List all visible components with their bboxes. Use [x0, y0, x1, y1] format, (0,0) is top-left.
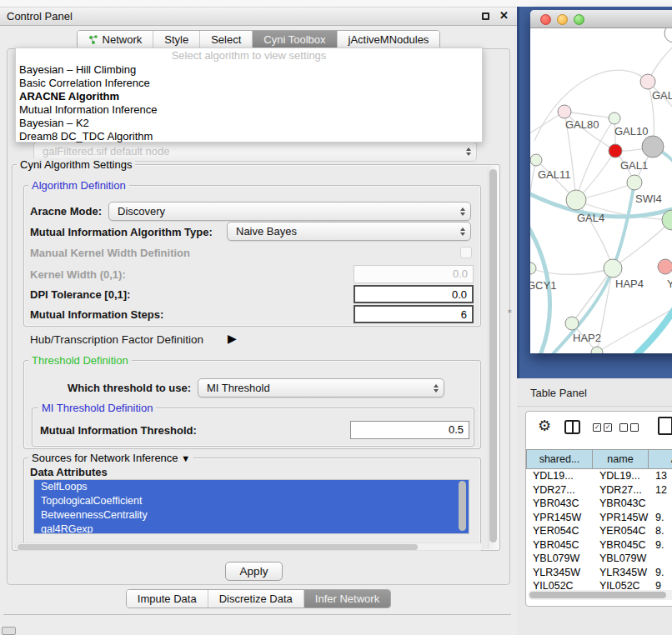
table-row[interactable]: YBL079W YBL079W: [526, 552, 672, 566]
control-panel-titlebar: Control Panel ✕: [0, 8, 517, 26]
dropdown-item-aracne[interactable]: ARACNE Algorithm: [16, 90, 482, 103]
settings-scrollbar-thumb[interactable]: [489, 169, 497, 542]
control-panel-title: Control Panel: [7, 10, 73, 22]
combo-stepper-icon: [460, 228, 465, 236]
select-all-checkbox-icon[interactable]: ✓: [593, 423, 601, 432]
document-icon[interactable]: [658, 417, 672, 435]
attributes-scrollbar-thumb[interactable]: [459, 481, 466, 531]
tab-network[interactable]: Network: [78, 31, 154, 48]
mi-threshold-label: Mutual Information Threshold:: [40, 424, 197, 437]
dropdown-item-bayesian-k2[interactable]: Bayesian – K2: [16, 117, 482, 130]
tab-label: Discretize Data: [219, 592, 293, 605]
label-gcy1: GCY1: [530, 279, 556, 292]
which-threshold-combo[interactable]: MI Threshold: [198, 378, 444, 398]
node-red[interactable]: [609, 144, 622, 158]
minimize-window-icon[interactable]: [557, 14, 568, 25]
close-icon[interactable]: ✕: [499, 9, 509, 22]
expand-triangle-icon[interactable]: ▶: [228, 332, 237, 345]
column-header-name[interactable]: name: [593, 449, 649, 469]
dropdown-item-basic-correlation[interactable]: Basic Correlation Inference: [16, 77, 482, 90]
list-item-betweennesscentrality[interactable]: BetweennessCentrality: [34, 508, 469, 522]
node-hap4[interactable]: [604, 259, 622, 278]
cell: YDR27...: [593, 483, 649, 498]
list-item-gal4rgexp[interactable]: gal4RGexp: [34, 522, 469, 534]
node-gal11[interactable]: [530, 154, 542, 166]
mi-type-combo[interactable]: Naive Bayes: [227, 222, 471, 241]
mi-steps-input[interactable]: 6: [354, 305, 474, 323]
apply-button[interactable]: Apply: [225, 562, 283, 581]
float-window-icon[interactable]: [482, 12, 489, 20]
table-header-row: shared... name A: [526, 449, 672, 469]
node-gal-pink[interactable]: [640, 74, 655, 89]
list-item-topologicalcoefficient[interactable]: TopologicalCoefficient: [34, 494, 469, 508]
tab-cyni-toolbox[interactable]: Cyni Toolbox: [253, 31, 337, 48]
column-header-partial[interactable]: A: [649, 449, 672, 469]
node-salmon[interactable]: [658, 259, 672, 274]
node-gal80[interactable]: [558, 105, 571, 118]
tab-infer-network[interactable]: Infer Network: [304, 590, 390, 608]
table-row[interactable]: YER054C YER054C 8.: [526, 524, 672, 538]
hub-definition-label[interactable]: Hub/Transcription Factor Definition: [30, 333, 203, 346]
node-table-container: ⚙ ✓ ✓ shared... name A YDL19... YDL19...…: [525, 411, 672, 607]
manual-kernel-checkbox[interactable]: [460, 247, 472, 258]
zoom-window-icon[interactable]: [574, 14, 584, 25]
network-view-window[interactable]: GAL80 GAL10 GAL1 GAL11 SWI4 GAL4 GCY1 HA…: [530, 10, 672, 353]
mi-steps-label: Mutual Information Steps:: [30, 308, 163, 321]
node-gray[interactable]: [642, 136, 664, 158]
table-row[interactable]: YDR27... YDR27... 12: [526, 483, 672, 498]
column-header-shared-name[interactable]: shared...: [526, 449, 593, 469]
tab-select[interactable]: Select: [200, 31, 253, 48]
gear-icon[interactable]: ⚙: [538, 417, 551, 435]
table-row[interactable]: YDL19... YDL19... 13: [526, 469, 672, 483]
cell: 9.: [649, 538, 672, 552]
list-item-selfloops[interactable]: SelfLoops: [34, 480, 469, 494]
network-table-combo-value: galFiltered.sif default node: [43, 145, 169, 158]
network-desktop: GAL80 GAL10 GAL1 GAL11 SWI4 GAL4 GCY1 HA…: [517, 7, 672, 378]
table-panel: Table Panel ⚙ ✓ ✓ shared... name A YDL19…: [517, 378, 672, 635]
node-gal4[interactable]: [566, 190, 586, 210]
cell: YDL19...: [526, 469, 593, 483]
table-row[interactable]: YBR043C YBR043C: [526, 497, 672, 511]
tab-discretize-data[interactable]: Discretize Data: [208, 590, 304, 608]
network-icon: [88, 35, 98, 45]
node-gcy1[interactable]: [530, 262, 536, 274]
deselect-all-checkbox-icon[interactable]: [619, 423, 628, 432]
settings-hscrollbar-thumb[interactable]: [18, 544, 418, 550]
label-gal1: GAL1: [620, 159, 648, 172]
tab-style[interactable]: Style: [153, 31, 200, 48]
aracne-mode-combo[interactable]: Discovery: [108, 202, 471, 221]
node-top-partial[interactable]: [664, 28, 672, 42]
mi-threshold-input[interactable]: 0.5: [350, 421, 469, 439]
cell: YER054C: [526, 524, 593, 538]
panel-divider-grip[interactable]: ∗: [507, 308, 512, 314]
aracne-mode-value: Discovery: [118, 205, 165, 218]
control-panel-tab-row: Network Style Select Cyni Toolbox jActiv…: [0, 30, 517, 49]
dpi-tolerance-input[interactable]: 0.0: [354, 285, 474, 303]
table-row[interactable]: YLR345W YLR345W 9.: [526, 566, 672, 580]
node-hap2[interactable]: [565, 317, 579, 330]
dropdown-item-bayesian-hill-climbing[interactable]: Bayesian – Hill Climbing: [16, 63, 482, 77]
table-hscrollbar-thumb[interactable]: [529, 592, 666, 598]
kernel-width-input[interactable]: 0.0: [354, 265, 474, 283]
table-row[interactable]: YBR045C YBR045C 9.: [526, 538, 672, 552]
node-gal1[interactable]: [627, 175, 642, 190]
deselect-all-checkbox-icon[interactable]: [630, 423, 639, 432]
cell: 9.: [649, 511, 672, 525]
sources-title[interactable]: Sources for Network Inference: [32, 452, 178, 464]
columns-icon[interactable]: [564, 420, 580, 434]
label-gal-cut: GAL: [652, 89, 672, 102]
dropdown-item-mutual-information[interactable]: Mutual Information Inference: [16, 103, 482, 117]
dropdown-placeholder: Select algorithm to view settings: [16, 48, 482, 63]
table-row[interactable]: YPR145W YPR145W 9.: [526, 511, 672, 525]
panel-corner-icon[interactable]: [2, 627, 16, 635]
collapse-triangle-icon[interactable]: ▼: [181, 453, 190, 463]
network-graph[interactable]: GAL80 GAL10 GAL1 GAL11 SWI4 GAL4 GCY1 HA…: [530, 28, 672, 353]
network-window-titlebar[interactable]: [530, 10, 672, 28]
select-all-checkbox-icon[interactable]: ✓: [604, 423, 612, 432]
dropdown-item-dream8[interactable]: Dream8 DC_TDC Algorithm: [16, 130, 482, 143]
tab-jactivemnodules[interactable]: jActiveMNodules: [338, 31, 440, 48]
close-window-icon[interactable]: [540, 14, 551, 25]
tab-impute-data[interactable]: Impute Data: [127, 590, 208, 608]
data-attributes-list[interactable]: SelfLoops TopologicalCoefficient Between…: [33, 479, 469, 534]
node-gal10[interactable]: [609, 112, 620, 124]
